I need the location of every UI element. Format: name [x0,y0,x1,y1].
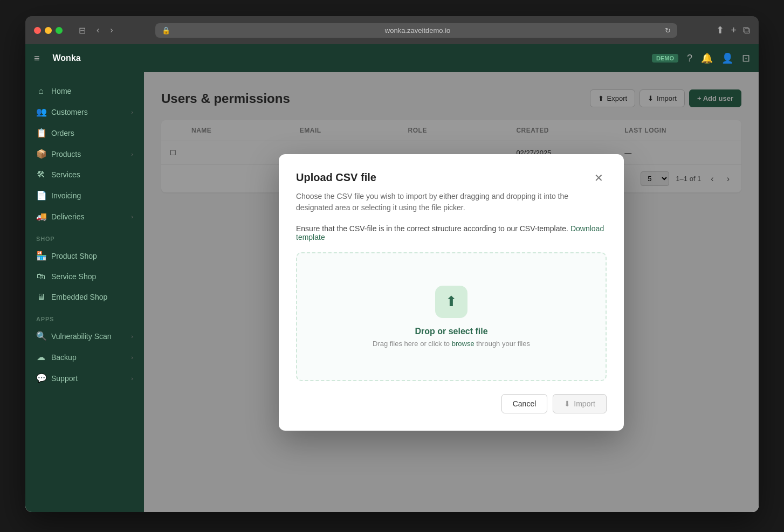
sidebar-item-label: Vulnerability Scan [51,332,112,341]
app-container: ≡ Wonka DEMO ? 🔔 👤 ⊡ ⌂ Home 👥 Custo [25,44,759,512]
chevron-right-icon: › [131,333,133,340]
upload-icon-wrapper: ⬆ [435,286,467,318]
chevron-right-icon: › [131,109,133,115]
import-modal-icon: ⬇ [564,399,570,408]
sidebar-item-label: Products [51,150,81,158]
apps-section-label: APPS [25,307,144,326]
browser-titlebar: ⊟ ‹ › 🔒 wonka.zaveitdemo.io ↻ ⬆ + ⧉ [25,16,759,44]
sidebar-item-label: Services [51,170,80,179]
sidebar-item-label: Home [51,87,71,95]
notifications-icon[interactable]: 🔔 [701,52,713,64]
import-modal-label: Import [574,399,595,408]
browser-window: ⊟ ‹ › 🔒 wonka.zaveitdemo.io ↻ ⬆ + ⧉ ≡ Wo… [25,16,759,512]
products-icon: 📦 [36,149,46,159]
embedded-shop-icon: 🖥 [36,292,46,302]
services-icon: 🛠 [36,170,46,179]
sidebar-item-orders[interactable]: 📋 Orders [25,122,144,143]
chevron-right-icon: › [131,354,133,361]
dropzone-title: Drop or select file [308,327,595,336]
close-traffic-light[interactable] [34,27,41,34]
modal-title: Upload CSV file [296,171,376,184]
sidebar-item-label: Orders [51,129,74,137]
modal-note-text: Ensure that the CSV-file is in the corre… [296,224,568,233]
account-icon[interactable]: 👤 [721,52,733,64]
sidebar-item-invoicing[interactable]: 📄 Invoicing [25,185,144,206]
address-bar[interactable]: 🔒 wonka.zaveitdemo.io ↻ [155,23,678,38]
invoicing-icon: 📄 [36,190,46,201]
share-button[interactable]: ⬆ [716,24,724,36]
file-dropzone[interactable]: ⬆ Drop or select file Drag files here or… [296,252,607,381]
app-logo: Wonka [53,53,81,63]
dropzone-prefix: Drag files here or click to [373,340,450,348]
layout-icon[interactable]: ⊡ [742,52,750,64]
browse-link[interactable]: browse [452,340,474,348]
demo-badge: DEMO [652,54,678,63]
sidebar-item-customers[interactable]: 👥 Customers › [25,101,144,122]
help-icon[interactable]: ? [687,53,692,64]
home-icon: ⌂ [36,86,46,96]
url-text: wonka.zaveitdemo.io [175,26,661,34]
dropzone-subtitle: Drag files here or click to browse throu… [308,340,595,348]
forward-button[interactable]: › [107,23,116,37]
content-wrapper: ⌂ Home 👥 Customers › 📋 Orders 📦 Products… [25,72,759,512]
backup-icon: ☁ [36,352,46,362]
sidebar-item-vulnerability-scan[interactable]: 🔍 Vulnerability Scan › [25,326,144,347]
sidebar-item-label: Service Shop [51,272,96,281]
vulnerability-scan-icon: 🔍 [36,331,46,341]
sidebar-item-embedded-shop[interactable]: 🖥 Embedded Shop [25,287,144,307]
product-shop-icon: 🏪 [36,251,46,261]
modal-description: Choose the CSV file you wish to import b… [296,191,607,213]
sidebar-item-services[interactable]: 🛠 Services [25,164,144,185]
sidebar-toggle-button[interactable]: ⊟ [75,23,89,38]
modal-header: Upload CSV file ✕ [296,171,607,184]
traffic-lights [34,27,63,34]
shop-section-label: SHOP [25,227,144,245]
nav-icons: ? 🔔 👤 ⊡ [687,52,750,64]
sidebar-item-label: Embedded Shop [51,293,107,301]
copy-button[interactable]: ⧉ [743,25,750,36]
sidebar-item-products[interactable]: 📦 Products › [25,143,144,164]
chevron-right-icon: › [131,213,133,220]
minimize-traffic-light[interactable] [45,27,52,34]
sidebar-item-label: Product Shop [51,252,97,260]
sidebar-item-label: Support [51,374,78,383]
refresh-icon[interactable]: ↻ [665,26,671,34]
hamburger-menu-icon[interactable]: ≡ [34,53,40,64]
sidebar-item-backup[interactable]: ☁ Backup › [25,347,144,368]
sidebar-item-home[interactable]: ⌂ Home [25,81,144,101]
new-tab-button[interactable]: + [731,25,737,36]
upload-csv-modal: Upload CSV file ✕ Choose the CSV file yo… [279,154,624,431]
support-icon: 💬 [36,373,46,383]
sidebar: ⌂ Home 👥 Customers › 📋 Orders 📦 Products… [25,72,144,512]
sidebar-item-label: Deliveries [51,212,84,221]
modal-close-button[interactable]: ✕ [591,171,607,184]
service-shop-icon: 🛍 [36,272,46,281]
maximize-traffic-light[interactable] [56,27,63,34]
lock-icon: 🔒 [162,26,170,34]
browser-controls: ⊟ ‹ › [75,23,116,38]
sidebar-item-service-shop[interactable]: 🛍 Service Shop [25,266,144,287]
orders-icon: 📋 [36,128,46,138]
sidebar-item-product-shop[interactable]: 🏪 Product Shop [25,245,144,266]
sidebar-item-label: Customers [51,108,88,116]
deliveries-icon: 🚚 [36,211,46,222]
import-button-modal[interactable]: ⬇ Import [553,394,607,413]
top-nav: ≡ Wonka DEMO ? 🔔 👤 ⊡ [25,44,759,72]
back-button[interactable]: ‹ [93,23,102,37]
sidebar-item-deliveries[interactable]: 🚚 Deliveries › [25,206,144,227]
browser-actions: ⬆ + ⧉ [716,24,750,36]
customers-icon: 👥 [36,107,46,117]
modal-note: Ensure that the CSV-file is in the corre… [296,224,607,241]
chevron-right-icon: › [131,151,133,157]
sidebar-item-label: Backup [51,353,77,362]
modal-footer: Cancel ⬇ Import [296,394,607,413]
main-content: Users & permissions ⬆ Export ⬇ Import + … [144,72,759,512]
sidebar-item-label: Invoicing [51,191,81,200]
modal-overlay: Upload CSV file ✕ Choose the CSV file yo… [144,72,759,512]
cancel-button[interactable]: Cancel [501,394,548,413]
sidebar-item-support[interactable]: 💬 Support › [25,368,144,389]
dropzone-suffix: through your files [476,340,530,348]
chevron-right-icon: › [131,375,133,382]
upload-icon: ⬆ [445,293,457,310]
